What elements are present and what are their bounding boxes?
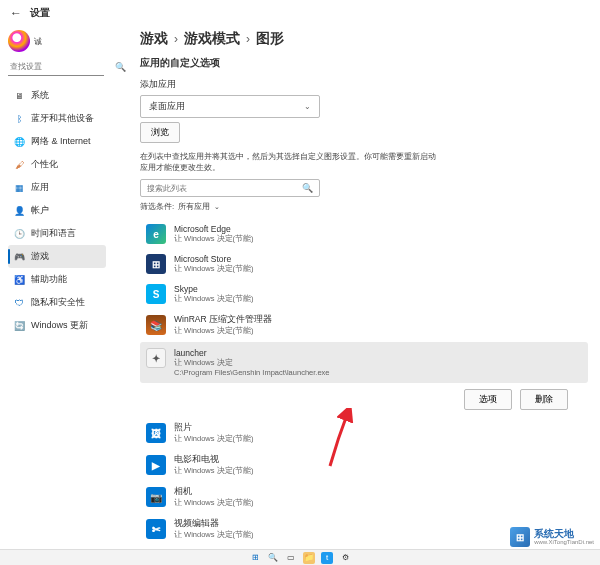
nav-icon: 🔄 (14, 320, 25, 331)
browse-button[interactable]: 浏览 (140, 122, 180, 143)
app-text: 照片 让 Windows 决定(节能) (174, 422, 254, 444)
app-item[interactable]: ✦ launcher 让 Windows 决定C:\Program Files\… (140, 342, 588, 383)
app-text: Microsoft Edge 让 Windows 决定(节能) (174, 224, 254, 244)
sidebar-item-4[interactable]: ▦应用 (8, 176, 106, 199)
search-icon: 🔍 (302, 183, 313, 193)
app-item[interactable]: 🖼 照片 让 Windows 决定(节能) (140, 418, 588, 448)
app-sub: 让 Windows 决定(节能) (174, 466, 254, 476)
start-icon[interactable]: ⊞ (249, 552, 261, 564)
sidebar-item-6[interactable]: 🕒时间和语言 (8, 222, 106, 245)
settings-search-input[interactable] (10, 62, 115, 71)
app-type-dropdown[interactable]: 桌面应用 ⌄ (140, 95, 320, 118)
sidebar-item-1[interactable]: ᛒ蓝牙和其他设备 (8, 107, 106, 130)
app-icon: 🖼 (146, 423, 166, 443)
taskbar-explorer-icon[interactable]: 📁 (303, 552, 315, 564)
nav-icon: 👤 (14, 205, 25, 216)
user-block[interactable]: 诚 (8, 30, 110, 52)
sidebar-item-3[interactable]: 🖌个性化 (8, 153, 106, 176)
taskbar-taskview-icon[interactable]: ▭ (285, 552, 297, 564)
app-item[interactable]: S Skype 让 Windows 决定(节能) (140, 280, 588, 308)
sidebar-item-label: 帐户 (31, 204, 49, 217)
nav-icon: ▦ (14, 182, 25, 193)
app-item[interactable]: ▶ 电影和电视 让 Windows 决定(节能) (140, 450, 588, 480)
sidebar-item-5[interactable]: 👤帐户 (8, 199, 106, 222)
app-sub: 让 Windows 决定(节能) (174, 264, 254, 274)
app-icon: ⊞ (146, 254, 166, 274)
main-panel: 游戏 › 游戏模式 › 图形 应用的自定义选项 添加应用 桌面应用 ⌄ 浏览 在… (110, 26, 600, 561)
app-text: WinRAR 压缩文件管理器 让 Windows 决定(节能) (174, 314, 272, 336)
app-sub: 让 Windows 决定(节能) (174, 326, 272, 336)
crumb-graphics: 图形 (256, 30, 284, 48)
sidebar-item-10[interactable]: 🔄Windows 更新 (8, 314, 106, 337)
options-button[interactable]: 选项 (464, 389, 512, 410)
app-text: Microsoft Store 让 Windows 决定(节能) (174, 254, 254, 274)
app-icon: 📷 (146, 487, 166, 507)
chevron-down-icon: ⌄ (304, 102, 311, 111)
sidebar-item-9[interactable]: 🛡隐私和安全性 (8, 291, 106, 314)
app-sub: 让 Windows 决定(节能) (174, 234, 254, 244)
app-list-search-input[interactable] (147, 184, 302, 193)
taskbar[interactable]: ⊞ 🔍 ▭ 📁 t ⚙ (0, 549, 600, 565)
filter-row[interactable]: 筛选条件: 所有应用 ⌄ (140, 201, 588, 212)
filter-value: 所有应用 (178, 201, 210, 212)
sidebar-item-label: 系统 (31, 89, 49, 102)
settings-search[interactable]: 🔍 (8, 58, 104, 76)
app-icon: ✄ (146, 519, 166, 539)
avatar (8, 30, 30, 52)
sidebar-item-0[interactable]: 🖥系统 (8, 84, 106, 107)
app-name: Microsoft Edge (174, 224, 254, 234)
app-icon: e (146, 224, 166, 244)
crumb-game-mode[interactable]: 游戏模式 (184, 30, 240, 48)
app-text: 电影和电视 让 Windows 决定(节能) (174, 454, 254, 476)
sidebar-item-7[interactable]: 🎮游戏 (8, 245, 106, 268)
app-list-search[interactable]: 🔍 (140, 179, 320, 197)
nav-icon: 🎮 (14, 251, 25, 262)
sidebar-item-label: 辅助功能 (31, 273, 67, 286)
chevron-right-icon: › (174, 32, 178, 46)
sidebar-item-label: 应用 (31, 181, 49, 194)
app-name: Skype (174, 284, 254, 294)
app-sub: 让 Windows 决定(节能) (174, 530, 254, 540)
sidebar-item-label: 网络 & Internet (31, 135, 91, 148)
app-name: 视频编辑器 (174, 518, 254, 530)
sidebar-item-label: 隐私和安全性 (31, 296, 85, 309)
add-app-label: 添加应用 (140, 78, 588, 91)
app-icon: ▶ (146, 455, 166, 475)
taskbar-search-icon[interactable]: 🔍 (267, 552, 279, 564)
app-item[interactable]: 📚 WinRAR 压缩文件管理器 让 Windows 决定(节能) (140, 310, 588, 340)
app-name: 照片 (174, 422, 254, 434)
nav-icon: 🛡 (14, 297, 25, 308)
app-list: e Microsoft Edge 让 Windows 决定(节能)⊞ Micro… (140, 220, 588, 544)
sidebar-item-8[interactable]: ♿辅助功能 (8, 268, 106, 291)
content-wrap: 诚 🔍 🖥系统ᛒ蓝牙和其他设备🌐网络 & Internet🖌个性化▦应用👤帐户🕒… (0, 26, 600, 561)
app-icon: ✦ (146, 348, 166, 368)
breadcrumb: 游戏 › 游戏模式 › 图形 (140, 30, 588, 48)
delete-button[interactable]: 删除 (520, 389, 568, 410)
sidebar-item-label: 游戏 (31, 250, 49, 263)
app-icon: S (146, 284, 166, 304)
watermark: ⊞ 系统天地 www.XiTongTianDi.net (510, 527, 594, 547)
app-text: Skype 让 Windows 决定(节能) (174, 284, 254, 304)
app-item[interactable]: 📷 相机 让 Windows 决定(节能) (140, 482, 588, 512)
section-title: 应用的自定义选项 (140, 56, 588, 70)
sidebar-item-label: 时间和语言 (31, 227, 76, 240)
sidebar-item-label: 个性化 (31, 158, 58, 171)
app-name: WinRAR 压缩文件管理器 (174, 314, 272, 326)
sidebar-item-2[interactable]: 🌐网络 & Internet (8, 130, 106, 153)
user-name: 诚 (34, 36, 42, 47)
back-arrow-icon[interactable]: ← (10, 6, 22, 20)
app-name: Microsoft Store (174, 254, 254, 264)
watermark-title: 系统天地 (534, 529, 594, 539)
taskbar-settings-icon[interactable]: ⚙ (339, 552, 351, 564)
app-name: 电影和电视 (174, 454, 254, 466)
app-item[interactable]: ⊞ Microsoft Store 让 Windows 决定(节能) (140, 250, 588, 278)
sidebar-item-label: 蓝牙和其他设备 (31, 112, 94, 125)
taskbar-twitter-icon[interactable]: t (321, 552, 333, 564)
crumb-games[interactable]: 游戏 (140, 30, 168, 48)
help-text: 在列表中查找应用并将其选中，然后为其选择自定义图形设置。你可能需要重新启动应用才… (140, 151, 440, 173)
app-item[interactable]: e Microsoft Edge 让 Windows 决定(节能) (140, 220, 588, 248)
app-name: launcher (174, 348, 330, 358)
sidebar: 诚 🔍 🖥系统ᛒ蓝牙和其他设备🌐网络 & Internet🖌个性化▦应用👤帐户🕒… (0, 26, 110, 561)
nav-icon: ᛒ (14, 113, 25, 124)
app-sub: 让 Windows 决定(节能) (174, 498, 254, 508)
